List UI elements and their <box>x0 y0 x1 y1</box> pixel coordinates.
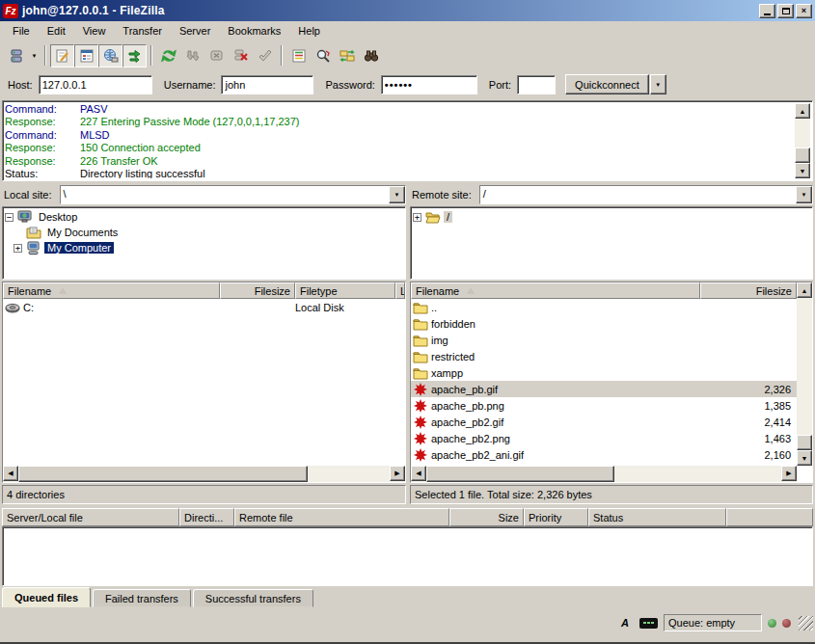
menu-help[interactable]: Help <box>289 23 329 39</box>
minimize-button[interactable] <box>759 4 775 18</box>
quickconnect-dropdown[interactable]: ▼ <box>650 74 666 94</box>
scrollbar-thumb[interactable] <box>18 466 308 482</box>
scrollbar-thumb[interactable] <box>426 466 614 482</box>
remote-file-row[interactable]: apache_pb2_ani.gif 2,160 <box>411 446 797 463</box>
column-header-filename[interactable]: Filename <box>411 282 700 299</box>
search-icon <box>315 48 331 64</box>
scroll-right-icon[interactable]: ▶ <box>781 466 797 481</box>
close-button[interactable]: × <box>796 4 812 18</box>
disconnect-button[interactable] <box>229 44 253 67</box>
tree-item-my-documents[interactable]: My Documents <box>5 225 403 240</box>
process-queue-button[interactable] <box>180 44 204 67</box>
port-input[interactable] <box>517 75 556 94</box>
remote-vscrollbar[interactable]: ▲ ▼ <box>797 282 812 466</box>
local-site-combo[interactable]: \ ▼ <box>60 185 406 204</box>
chevron-down-icon[interactable]: ▼ <box>796 186 812 203</box>
remote-file-row[interactable]: restricted <box>411 348 797 364</box>
tab-successful-transfers[interactable]: Successful transfers <box>193 589 313 607</box>
speed-limits-icon[interactable] <box>639 618 658 629</box>
tree-item-root[interactable]: + / <box>413 209 810 225</box>
local-file-row[interactable]: C: Local Disk <box>3 299 405 315</box>
image-file-icon <box>413 431 428 446</box>
tab-queued-files[interactable]: Queued files <box>2 587 91 607</box>
scroll-up-icon[interactable]: ▲ <box>795 103 810 119</box>
expand-icon[interactable]: + <box>413 213 421 222</box>
column-header-size[interactable]: Size <box>449 508 524 526</box>
tree-item-my-computer[interactable]: + My Computer <box>5 240 403 255</box>
toggle-local-tree-button[interactable] <box>74 44 98 67</box>
quickconnect-button[interactable]: Quickconnect <box>565 74 649 94</box>
remote-file-row[interactable]: apache_pb.png 1,385 <box>411 397 797 414</box>
toggle-message-log-button[interactable] <box>50 44 74 67</box>
tree-item-desktop[interactable]: − Desktop <box>5 209 403 225</box>
scroll-left-icon[interactable]: ◀ <box>411 466 426 481</box>
synchronized-browsing-button[interactable] <box>335 44 359 67</box>
scroll-down-icon[interactable]: ▼ <box>797 450 812 466</box>
site-manager-dropdown[interactable]: ▼ <box>28 44 41 67</box>
menu-edit[interactable]: Edit <box>39 23 74 39</box>
remote-file-row[interactable]: apache_pb2.png 1,463 <box>411 430 797 446</box>
site-manager-button[interactable] <box>4 44 28 67</box>
log-scrollbar[interactable]: ▲ ▼ <box>795 103 810 178</box>
file-name: apache_pb.gif <box>431 384 700 395</box>
remote-file-row[interactable]: apache_pb2.gif 2,414 <box>411 414 797 430</box>
column-header-filesize[interactable]: Filesize <box>220 282 295 299</box>
file-search-button[interactable] <box>311 44 335 67</box>
chevron-down-icon[interactable]: ▼ <box>389 186 405 203</box>
remote-file-row[interactable]: forbidden <box>411 315 797 332</box>
refresh-button[interactable] <box>156 44 180 67</box>
column-header-direction[interactable]: Directi... <box>179 508 234 526</box>
menu-server[interactable]: Server <box>171 23 219 39</box>
column-header-last-modified[interactable]: L <box>395 282 405 299</box>
column-header-status[interactable]: Status <box>588 508 726 526</box>
scroll-right-icon[interactable]: ▶ <box>390 466 405 481</box>
remote-file-row[interactable]: .. <box>411 299 797 315</box>
host-input[interactable] <box>39 75 152 94</box>
menu-transfer[interactable]: Transfer <box>114 23 171 39</box>
column-header-filesize[interactable]: Filesize <box>700 282 797 299</box>
scrollbar-thumb[interactable] <box>795 148 810 163</box>
queue-tabs: Queued files Failed transfers Successful… <box>0 586 815 607</box>
scrollbar-track[interactable] <box>797 298 812 435</box>
column-header-filename[interactable]: Filename <box>3 282 220 299</box>
column-header-priority[interactable]: Priority <box>524 508 588 526</box>
remote-site-combo[interactable]: / ▼ <box>479 185 813 204</box>
username-input[interactable] <box>221 75 313 94</box>
column-header-filetype[interactable]: Filetype <box>295 282 395 299</box>
cancel-button[interactable] <box>204 44 229 67</box>
filter-icon <box>291 48 307 64</box>
menu-bookmarks[interactable]: Bookmarks <box>219 23 289 39</box>
directory-comparison-button[interactable] <box>359 44 383 67</box>
expand-icon[interactable]: + <box>14 244 22 253</box>
column-header-server-local-file[interactable]: Server/Local file <box>2 508 179 526</box>
remote-hscrollbar[interactable]: ◀ ▶ <box>411 466 797 482</box>
column-header-remote-file[interactable]: Remote file <box>234 508 449 526</box>
toggle-remote-tree-button[interactable] <box>98 44 122 67</box>
cancel-icon <box>209 48 225 64</box>
scroll-up-icon[interactable]: ▲ <box>797 282 812 298</box>
tree-label: Desktop <box>36 211 80 223</box>
menu-view[interactable]: View <box>74 23 115 39</box>
scrollbar-track[interactable] <box>795 119 810 148</box>
remote-file-row[interactable]: xampp <box>411 364 797 381</box>
local-hscrollbar[interactable]: ◀ ▶ <box>3 466 405 482</box>
queue-list[interactable] <box>2 526 813 586</box>
filter-button[interactable] <box>286 44 311 67</box>
scrollbar-track[interactable] <box>308 466 390 482</box>
resize-grip[interactable] <box>799 616 813 631</box>
maximize-button[interactable] <box>777 4 794 18</box>
scrollbar-thumb[interactable] <box>797 435 812 450</box>
scrollbar-track[interactable] <box>614 466 781 482</box>
activity-indicator-green-icon <box>768 619 776 628</box>
tab-failed-transfers[interactable]: Failed transfers <box>93 589 191 607</box>
password-input[interactable] <box>381 75 477 94</box>
remote-file-row[interactable]: img <box>411 332 797 348</box>
scroll-down-icon[interactable]: ▼ <box>795 163 810 178</box>
scroll-left-icon[interactable]: ◀ <box>3 466 18 481</box>
menu-file[interactable]: File <box>4 23 39 39</box>
toggle-transfer-queue-button[interactable] <box>122 44 147 67</box>
collapse-icon[interactable]: − <box>5 213 14 222</box>
drive-icon <box>5 300 20 315</box>
reconnect-button[interactable] <box>253 44 277 67</box>
remote-file-row-selected[interactable]: apache_pb.gif 2,326 <box>411 381 797 397</box>
